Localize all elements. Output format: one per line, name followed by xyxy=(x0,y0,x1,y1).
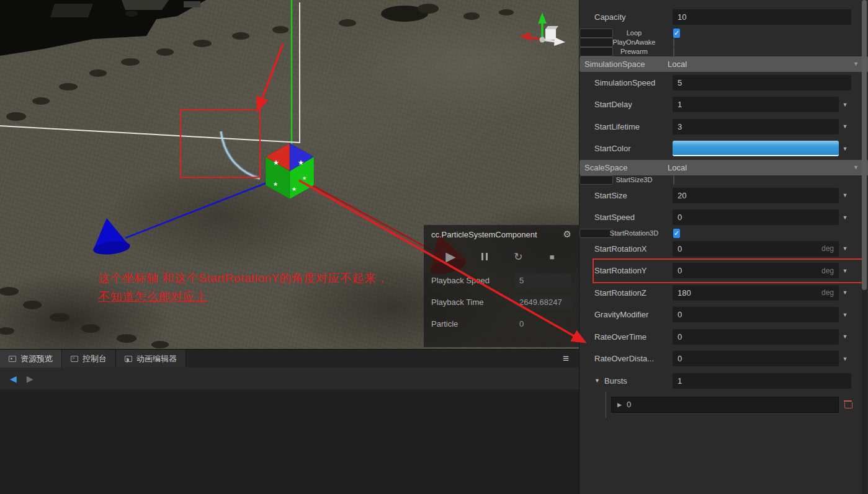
field-value: 0 xyxy=(678,354,682,363)
curve-dropdown-icon[interactable]: ▼ xyxy=(839,289,851,296)
tab-label: 动画编辑器 xyxy=(136,353,177,364)
svg-text:★: ★ xyxy=(298,159,304,166)
curve-dropdown-icon[interactable]: ▼ xyxy=(839,214,851,221)
startrotationx-input[interactable]: 0deg xyxy=(673,241,839,257)
field-value: 0 xyxy=(678,213,682,222)
curve-dropdown-icon[interactable]: ▼ xyxy=(839,312,851,318)
startrotation3d-checkbox[interactable]: ✓ xyxy=(673,229,680,238)
capacity-input[interactable]: 10 xyxy=(673,9,851,25)
startrotationz-input[interactable]: 180deg xyxy=(673,285,839,301)
startsize-input[interactable]: 20 xyxy=(673,188,839,203)
inspector-row-startsize: StartSize20▼ xyxy=(579,185,868,207)
inspector-row-startdelay: StartDelay1▼ xyxy=(579,94,868,116)
playback-time-row: Playback Time 2649.68247 xyxy=(424,291,579,313)
particle-count-label: Particle xyxy=(431,319,514,329)
inspector-rows: Capacity10Loop✓PlayOnAwakePrewarmSimulat… xyxy=(579,0,868,418)
select-value: Local xyxy=(668,60,687,69)
particle-component-panel: cc.ParticleSystemComponent ⚙ ▶ ↻ ■ Playb… xyxy=(424,225,579,347)
loop-checkbox[interactable]: ✓ xyxy=(673,29,680,38)
startspeed-input[interactable]: 0 xyxy=(673,210,839,225)
curve-dropdown-icon[interactable]: ▼ xyxy=(839,102,851,108)
startcolor-swatch[interactable] xyxy=(673,141,839,156)
field-value: 0 xyxy=(678,266,682,275)
pause-button[interactable] xyxy=(474,247,495,266)
z-axis-arrow-icon xyxy=(554,37,565,46)
playback-controls: ▶ ↻ ■ xyxy=(424,244,579,270)
property-label: RateOverDista... xyxy=(594,354,673,363)
particle-count-row: Particle 0 xyxy=(424,313,579,335)
field-value: 1 xyxy=(678,100,682,109)
curve-dropdown-icon[interactable]: ▼ xyxy=(839,333,851,340)
svg-text:★: ★ xyxy=(302,175,306,181)
inspector-row-bursts: ▼Bursts1 xyxy=(579,370,868,392)
building-structure xyxy=(0,0,206,56)
animation-editor-icon xyxy=(125,356,132,362)
property-label: Prewarm xyxy=(595,48,673,56)
startsize3d-checkbox[interactable] xyxy=(673,175,674,185)
inspector-row-startspeed: StartSpeed0▼ xyxy=(579,206,868,229)
property-label: Loop xyxy=(595,29,673,37)
field-value: 0 xyxy=(678,332,682,342)
scalespace-select[interactable]: Local▼ xyxy=(663,160,864,175)
curve-dropdown-icon[interactable]: ▼ xyxy=(839,245,851,252)
tab-assets-preview[interactable]: 资源预览 xyxy=(0,350,62,368)
stop-button[interactable]: ■ xyxy=(542,247,563,266)
property-label: GravityModifier xyxy=(594,310,673,319)
property-label: StartRotationZ xyxy=(594,288,673,298)
tab-label: 资源预览 xyxy=(20,353,53,364)
gravitymodifier-input[interactable]: 0 xyxy=(673,307,839,322)
scrollbar-thumb[interactable] xyxy=(862,0,867,290)
panel-menu-icon[interactable]: ≡ xyxy=(563,353,569,365)
burst-item-header[interactable]: ▶0 xyxy=(611,397,839,413)
burst-item: ▶0 xyxy=(606,392,851,418)
startdelay-input[interactable]: 1 xyxy=(673,97,839,112)
property-label: StartColor xyxy=(594,144,673,153)
simulationspace-select[interactable]: Local▼ xyxy=(663,56,864,72)
collapse-icon[interactable]: ▼ xyxy=(594,377,604,384)
bursts-input[interactable]: 1 xyxy=(673,373,851,389)
gizmo-cube xyxy=(545,29,556,40)
play-button[interactable]: ▶ xyxy=(440,247,461,266)
curve-dropdown-icon[interactable]: ▼ xyxy=(839,146,851,152)
curve-dropdown-icon[interactable]: ▼ xyxy=(839,192,851,198)
playback-speed-input[interactable]: 5 xyxy=(514,273,571,288)
curve-dropdown-icon[interactable]: ▼ xyxy=(839,356,851,362)
svg-text:★: ★ xyxy=(273,181,278,187)
inspector-scrollbar[interactable] xyxy=(862,0,867,494)
property-label: StartSpeed xyxy=(594,213,673,222)
property-label: SimulationSpace xyxy=(584,60,663,69)
startrotationy-input[interactable]: 0deg xyxy=(673,263,839,278)
startlifetime-input[interactable]: 3 xyxy=(673,119,839,135)
property-label: StartRotationX xyxy=(594,244,673,254)
delete-burst-icon[interactable] xyxy=(844,400,851,408)
rateoverdista-input[interactable]: 0 xyxy=(673,351,839,366)
panel-title-bar: cc.ParticleSystemComponent ⚙ xyxy=(424,225,579,244)
x-axis-arrow-icon xyxy=(520,32,531,41)
property-label: StartRotationY xyxy=(594,266,673,275)
inspector-row-startlifetime: StartLifetime3▼ xyxy=(579,116,868,138)
inspector-row-capacity: Capacity10 xyxy=(579,6,868,29)
scene-viewport[interactable]: ★ ★ ★ ★ ★ 这个坐标轴 和这个St xyxy=(0,0,579,349)
preview-panel-content xyxy=(0,391,579,494)
tab-console[interactable]: 控制台 xyxy=(62,350,116,368)
back-arrow-button[interactable]: ◀ xyxy=(10,374,17,384)
tab-animation-editor[interactable]: 动画编辑器 xyxy=(116,350,186,368)
gear-icon[interactable]: ⚙ xyxy=(563,229,571,240)
simulationspeed-input[interactable]: 5 xyxy=(673,75,851,90)
select-value: Local xyxy=(668,163,687,172)
inspector-row-startrotationy: StartRotationY0deg▼ xyxy=(579,260,868,282)
curve-dropdown-icon[interactable]: ▼ xyxy=(839,268,851,274)
inspector-row-simulationspace: SimulationSpaceLocal▼ xyxy=(579,56,868,72)
asset-preview-icon xyxy=(9,356,16,362)
dropdown-arrow-icon: ▼ xyxy=(853,164,859,170)
forward-arrow-button[interactable]: ▶ xyxy=(27,374,34,384)
playonawake-checkbox[interactable] xyxy=(673,38,674,47)
playback-speed-row: Playback Speed 5 xyxy=(424,270,579,291)
particle-count-value: 0 xyxy=(514,317,571,332)
restart-button[interactable]: ↻ xyxy=(508,247,529,266)
curve-dropdown-icon[interactable]: ▼ xyxy=(839,123,851,130)
prewarm-checkbox[interactable] xyxy=(673,47,674,56)
rateovertime-input[interactable]: 0 xyxy=(673,329,839,345)
field-value: 3 xyxy=(678,122,682,131)
field-value: 20 xyxy=(678,191,686,200)
